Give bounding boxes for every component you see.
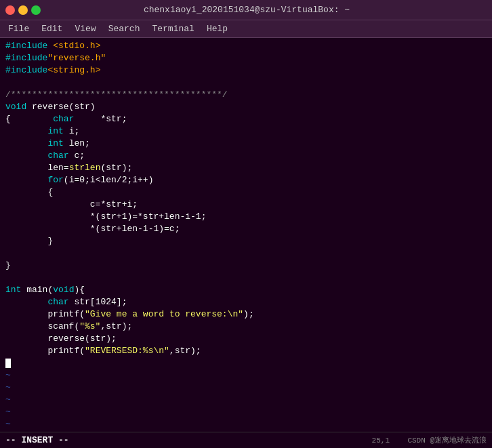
code-line: }	[0, 260, 492, 272]
menu-bar: FileEditViewSearchTerminalHelp	[0, 20, 492, 38]
code-line: ~	[0, 407, 492, 419]
code-line: ~	[0, 419, 492, 431]
code-line: char c;	[0, 150, 492, 163]
code-line: /***************************************…	[0, 89, 492, 102]
menu-item-help[interactable]: Help	[201, 22, 233, 35]
close-button[interactable]	[5, 5, 15, 15]
code-line: int len;	[0, 138, 492, 150]
code-line: #include"reverse.h"	[0, 53, 492, 65]
code-line: int main(void){	[0, 285, 492, 297]
code-line: {	[0, 187, 492, 199]
code-line: for(i=0;i<len/2;i++)	[0, 175, 492, 187]
code-line: *(str+len-i-1)=c;	[0, 224, 492, 236]
code-line: #include <stdio.h>	[0, 41, 492, 53]
code-line: printf("Give me a word to reverse:\n");	[0, 309, 492, 321]
code-line: }	[0, 236, 492, 248]
code-line: *(str+1)=*str+len-i-1;	[0, 211, 492, 224]
code-line: ~	[0, 370, 492, 382]
code-line: ~	[0, 382, 492, 394]
code-line: len=strlen(str);	[0, 163, 492, 175]
code-line: printf("REVERSESD:%s\n",str);	[0, 346, 492, 358]
insert-mode: -- INSERT --	[5, 435, 69, 445]
code-line: { char *str;	[0, 114, 492, 126]
code-line: int i;	[0, 126, 492, 138]
code-line: reverse(str);	[0, 333, 492, 346]
code-line	[0, 77, 492, 89]
minimize-button[interactable]	[18, 5, 28, 15]
code-line: ~	[0, 394, 492, 407]
code-line	[0, 248, 492, 260]
maximize-button[interactable]	[31, 5, 41, 15]
window-title: chenxiaoyi_2020151034@szu-VirtualBox: ~	[41, 5, 453, 15]
status-bar: -- INSERT -- 25,1 CSDN @迷离地球去流浪	[0, 432, 492, 448]
menu-item-edit[interactable]: Edit	[36, 22, 68, 35]
title-bar: chenxiaoyi_2020151034@szu-VirtualBox: ~	[0, 0, 492, 20]
window-controls[interactable]	[5, 5, 41, 15]
watermark: 25,1 CSDN @迷离地球去流浪	[372, 435, 487, 445]
code-line: void reverse(str)	[0, 102, 492, 114]
menu-item-search[interactable]: Search	[103, 22, 146, 35]
menu-item-view[interactable]: View	[69, 22, 101, 35]
code-area: #include <stdio.h>#include"reverse.h"#in…	[0, 38, 492, 432]
code-line: scanf("%s",str);	[0, 321, 492, 333]
code-line	[0, 272, 492, 285]
code-line: c=*str+i;	[0, 199, 492, 211]
code-line: char str[1024];	[0, 297, 492, 309]
code-line: #include<string.h>	[0, 65, 492, 77]
menu-item-terminal[interactable]: Terminal	[146, 22, 199, 35]
code-line	[0, 358, 492, 370]
code-line: ~	[0, 431, 492, 432]
menu-item-file[interactable]: File	[3, 22, 35, 35]
